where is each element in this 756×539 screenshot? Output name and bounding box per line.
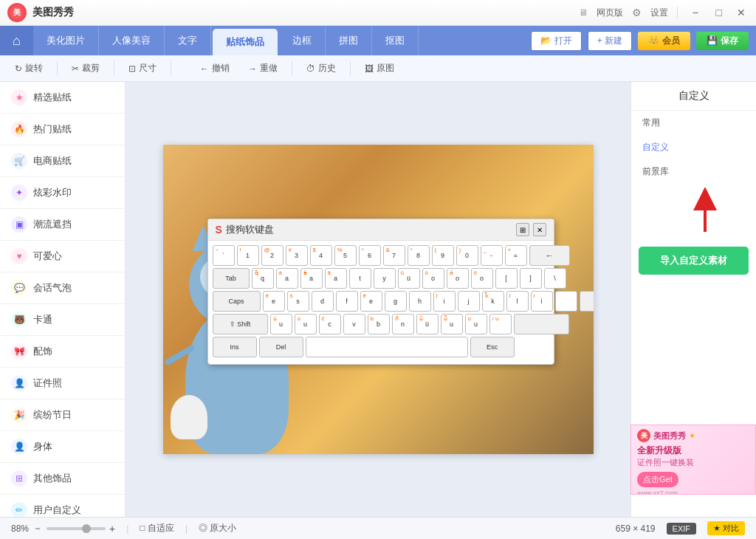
key-b[interactable]: bb	[368, 314, 390, 334]
key-backslash[interactable]: \	[544, 268, 566, 289]
key-h[interactable]: g	[385, 291, 407, 312]
original-button[interactable]: 🖼 原图	[357, 60, 402, 77]
key-i[interactable]: óo	[422, 268, 444, 289]
key-2[interactable]: @2	[261, 245, 284, 266]
key-esc[interactable]: Esc	[470, 337, 515, 357]
key-backspace[interactable]: ←	[529, 245, 570, 266]
key-tilde[interactable]: ~`	[213, 245, 235, 266]
zoom-slider[interactable]	[47, 527, 106, 530]
key-slash[interactable]: / u	[489, 314, 512, 334]
key-a[interactable]: ěe	[263, 291, 285, 312]
open-button[interactable]: 📂 打开	[531, 31, 582, 51]
original-size-button[interactable]: ◎ 原大小	[199, 522, 236, 535]
panel-tab-common[interactable]: 常用	[631, 111, 756, 135]
key-capslock[interactable]: Caps	[213, 291, 261, 312]
sidebar-item-id-photo[interactable]: 👤 证件照	[0, 368, 125, 399]
tab-beautify[interactable]: 美化图片	[33, 26, 99, 55]
home-button[interactable]: ⌂	[0, 26, 33, 55]
key-d[interactable]: d	[312, 291, 334, 312]
sidebar-item-cartoon[interactable]: 🐻 卡通	[0, 304, 125, 336]
key-minus[interactable]: _-	[481, 245, 503, 266]
key-8[interactable]: *8	[408, 245, 430, 266]
sidebar-item-body[interactable]: 👤 身体	[0, 431, 125, 463]
history-button[interactable]: ⏱ 历史	[299, 60, 343, 77]
tab-border[interactable]: 边框	[279, 26, 326, 55]
key-v[interactable]: v	[343, 314, 365, 334]
key-9[interactable]: (9	[432, 245, 454, 266]
settings-label[interactable]: 设置	[650, 7, 668, 19]
key-j[interactable]: h	[409, 291, 431, 312]
keyboard-popup[interactable]: S 搜狗软键盘 ⊞ ✕ ~` !1 @2 #3 $4	[207, 219, 554, 365]
key-f[interactable]: f	[336, 291, 358, 312]
sidebar-item-accessory[interactable]: 🎀 配饰	[0, 336, 125, 368]
undo-button[interactable]: ← 撤销	[193, 60, 237, 77]
sidebar-item-bubble[interactable]: 💬 会话气泡	[0, 272, 125, 304]
sidebar-item-festival[interactable]: 🎉 缤纷节日	[0, 399, 125, 431]
key-shift-left[interactable]: ⇧ Shift	[213, 314, 268, 334]
maximize-button[interactable]: □	[713, 7, 725, 18]
key-0[interactable]: )0	[456, 245, 478, 266]
import-button[interactable]: 导入自定义素材	[639, 247, 749, 275]
key-5[interactable]: %5	[334, 245, 357, 266]
tab-stickers[interactable]: 贴纸饰品	[213, 29, 278, 55]
key-4[interactable]: $4	[310, 245, 332, 266]
key-lbracket[interactable]: [	[495, 268, 518, 289]
key-6[interactable]: ^6	[359, 245, 381, 266]
key-g[interactable]: ēe	[360, 291, 382, 312]
panel-tab-library[interactable]: 前景库	[631, 159, 756, 184]
zoom-minus-button[interactable]: －	[32, 522, 43, 535]
key-k[interactable]: îi	[433, 291, 456, 312]
key-extra[interactable]	[555, 291, 577, 312]
sidebar-item-ecommerce[interactable]: 🛒 电商贴纸	[0, 145, 125, 177]
key-q[interactable]: q̄q	[252, 268, 274, 289]
key-t[interactable]: t	[349, 268, 371, 289]
key-s[interactable]: śs	[287, 291, 309, 312]
key-o[interactable]: ǒo	[447, 268, 469, 289]
panel-tab-custom[interactable]: 自定义	[631, 135, 756, 159]
sidebar-item-featured[interactable]: ★ 精选贴纸	[0, 82, 125, 114]
key-1[interactable]: !1	[237, 245, 259, 266]
key-quote[interactable]: ll	[506, 291, 529, 312]
canvas[interactable]: S 搜狗软键盘 ⊞ ✕ ~` !1 @2 #3 $4	[163, 145, 594, 454]
key-x[interactable]: úu	[295, 314, 317, 334]
sidebar-item-heart[interactable]: ♥ 可爱心	[0, 241, 125, 272]
redo-button[interactable]: → 重做	[241, 60, 285, 77]
close-button[interactable]: ✕	[734, 7, 749, 18]
key-ins[interactable]: Ins	[213, 337, 257, 357]
key-p[interactable]: ōo	[471, 268, 493, 289]
keyboard-close-button[interactable]: ✕	[533, 223, 546, 236]
key-space[interactable]	[306, 337, 468, 357]
tab-cutout[interactable]: 抠图	[372, 26, 419, 55]
key-rbracket[interactable]: ]	[520, 268, 542, 289]
key-c[interactable]: čc	[319, 314, 341, 334]
web-version-label[interactable]: 网页版	[597, 7, 623, 19]
rotate-button[interactable]: ↻ 旋转	[7, 60, 50, 77]
key-comma[interactable]: ǖu	[441, 314, 463, 334]
ad-banner[interactable]: 美 美图秀秀 ✦ 全新升级版 证件照一键换装 点击Get www.xz7.com	[630, 425, 756, 495]
sidebar-item-user-custom[interactable]: ✏ 用户自定义	[0, 495, 125, 517]
save-button[interactable]: 💾 保存	[696, 32, 749, 50]
key-l2[interactable]: ìi	[531, 291, 553, 312]
key-period[interactable]: ùu	[465, 314, 487, 334]
crop-button[interactable]: ✂ 裁剪	[64, 60, 107, 77]
minimize-button[interactable]: －	[687, 5, 704, 21]
member-button[interactable]: 👑 会员	[638, 32, 690, 50]
fit-button[interactable]: □ 自适应	[140, 522, 174, 535]
sidebar-item-watermark[interactable]: ✦ 炫彩水印	[0, 177, 125, 209]
key-shift-right[interactable]	[514, 314, 569, 334]
zoom-plus-button[interactable]: +	[109, 523, 115, 535]
key-semicolon[interactable]: k̄k	[482, 291, 504, 312]
key-m[interactable]: ǜü	[416, 314, 439, 334]
tab-text[interactable]: 文字	[165, 26, 211, 55]
exif-button[interactable]: EXIF	[667, 523, 696, 535]
keyboard-grid-button[interactable]: ⊞	[516, 223, 529, 236]
canvas-area[interactable]: S 搜狗软键盘 ⊞ ✕ ~` !1 @2 #3 $4	[126, 82, 630, 517]
key-z[interactable]: ǔu	[270, 314, 292, 334]
tab-portrait[interactable]: 人像美容	[99, 26, 165, 55]
tab-collage[interactable]: 拼图	[326, 26, 372, 55]
key-l[interactable]: j	[458, 291, 480, 312]
sidebar-item-cover[interactable]: ▣ 潮流遮挡	[0, 209, 125, 241]
key-3[interactable]: #3	[286, 245, 308, 266]
key-7[interactable]: &7	[383, 245, 405, 266]
ad-cta-button[interactable]: 点击Get	[637, 472, 678, 487]
